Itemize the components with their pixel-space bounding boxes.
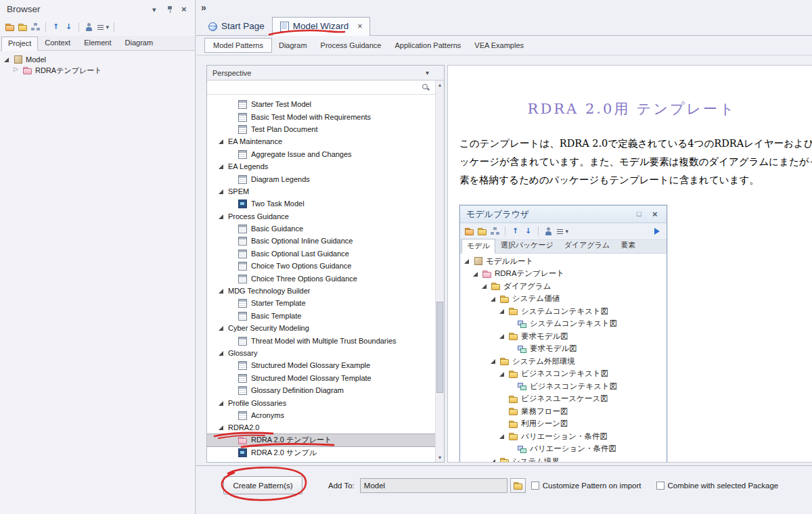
arrow-down-icon[interactable] [64,22,74,32]
pattern-item-row[interactable]: Basic Guidance [207,223,435,235]
pattern-item-row[interactable]: Starter Template [207,297,435,309]
pattern-item-row[interactable]: Structured Model Glossary Template [207,372,435,384]
screenshot-tab[interactable]: モデル [461,239,495,254]
pattern-item-row[interactable]: RDRA 2.0 サンプル [207,446,435,459]
pattern-group-row[interactable]: Process Guidance [207,210,435,223]
pattern-group-row[interactable]: RDRA2.0 [207,421,435,434]
expand-toggle-expanded-icon[interactable] [219,163,225,170]
pattern-group-row[interactable]: Profile Glossaries [207,396,435,408]
pattern-item-row[interactable]: Acronyms [207,409,435,421]
expand-toggle-expanded-icon[interactable] [219,350,225,356]
browser-titlebar[interactable]: Browser [0,0,195,18]
close-icon[interactable] [179,5,189,14]
tab-overflow-chevrons[interactable]: » [201,2,206,13]
expand-toggle-expanded-icon[interactable] [219,213,225,220]
user-icon[interactable] [84,22,94,32]
expand-toggle-expanded-icon[interactable] [491,358,497,365]
pattern-item-row[interactable]: Choice Two Options Guidance [207,260,435,272]
expand-toggle-expanded-icon[interactable] [219,400,225,406]
wizard-tab-vea-examples[interactable]: VEA Examples [468,39,531,52]
expand-toggle-expanded-icon[interactable] [499,371,505,377]
pattern-item-row[interactable]: Basic Optional Last Guidance [207,248,435,260]
doc-tab-model-wizard[interactable]: Model Wizard× [272,17,370,36]
expand-toggle-expanded-icon[interactable] [473,271,479,277]
expand-toggle-expanded-icon[interactable] [499,333,505,340]
open-folder-icon[interactable] [5,22,15,32]
expand-toggle-expanded-icon[interactable] [499,308,505,314]
create-pattern-button[interactable]: Create Pattern(s) [223,476,302,494]
expand-toggle-expanded-icon[interactable] [219,138,225,145]
close-icon[interactable] [650,210,660,219]
doc-tab-start-page[interactable]: Start Page [200,17,272,35]
pattern-item-row[interactable]: Starter Test Model [207,98,435,110]
pattern-item-row[interactable]: Test Plan Document [207,123,435,135]
browser-tab-diagram[interactable]: Diagram [118,36,160,50]
pattern-group-row[interactable]: Glossary [207,347,435,359]
project-tree-row[interactable]: RDRAテンプレート [0,65,195,76]
arrow-up-icon[interactable] [510,227,520,236]
expand-toggle-expanded-icon[interactable] [491,458,497,462]
pattern-item-row[interactable]: Choice Three Options Guidance [207,272,435,284]
open-folder-icon[interactable] [464,227,474,236]
browser-tab-context[interactable]: Context [38,36,77,50]
screenshot-tab[interactable]: 要素 [615,238,641,253]
perspective-dropdown[interactable]: Perspective ▾ [207,66,444,80]
project-tree-row[interactable]: Model [0,54,195,65]
chevron-down-icon[interactable] [151,5,161,14]
pattern-item-row[interactable]: RDRA 2.0 テンプレート [207,434,435,446]
expand-toggle-expanded-icon[interactable] [219,188,225,195]
wizard-tab-process-guidance[interactable]: Process Guidance [314,39,388,52]
scroll-up-arrow[interactable]: ▴ [436,80,444,89]
browser-tab-project[interactable]: Project [1,37,38,51]
pattern-group-row[interactable]: Cyber Security Modeling [207,322,435,334]
expand-toggle-collapsed-icon[interactable] [14,67,20,74]
close-tab-button[interactable]: × [357,22,362,31]
expand-toggle-expanded-icon[interactable] [219,287,225,294]
expand-toggle-expanded-icon[interactable] [482,283,488,289]
combine-package-checkbox[interactable]: Combine with selected Package [656,482,779,490]
folder-icon[interactable] [477,227,487,236]
pin-icon[interactable] [165,5,175,14]
arrow-up-icon[interactable] [51,22,61,32]
scroll-down-arrow[interactable]: ▾ [436,453,444,462]
folder-icon[interactable] [18,22,28,32]
pattern-scrollbar[interactable]: ▴ ▾ [435,80,444,462]
expand-toggle-expanded-icon[interactable] [4,56,10,63]
pattern-item-row[interactable]: Glossary Definition Diagram [207,384,435,396]
tree-view-icon[interactable] [30,22,41,32]
wizard-tab-diagram[interactable]: Diagram [272,39,314,52]
scrollbar-thumb[interactable] [436,302,443,393]
expand-toggle-expanded-icon[interactable] [464,258,470,264]
pattern-group-row[interactable]: MDG Technology Builder [207,285,435,297]
wizard-tab-model-patterns[interactable]: Model Patterns [204,38,272,53]
wizard-tab-application-patterns[interactable]: Application Patterns [388,39,468,52]
pattern-group-row[interactable]: EA Maintenance [207,135,435,147]
tree-view-icon[interactable] [490,227,500,236]
menu-icon[interactable] [556,227,568,236]
play-icon[interactable] [652,227,662,236]
arrow-down-icon[interactable] [523,227,533,236]
user-icon[interactable] [543,227,554,236]
pattern-item-row[interactable]: Threat Model with Multiple Trust Boundar… [207,334,435,346]
expand-toggle-expanded-icon[interactable] [219,325,225,331]
customize-pattern-checkbox[interactable]: Customize Pattern on import [531,482,641,490]
pattern-item-row[interactable]: Basic Test Model with Requirements [207,110,435,122]
add-to-input[interactable] [360,478,508,493]
pattern-item-row[interactable]: Basic Optional Inline Guidance [207,235,435,247]
pattern-item-row[interactable]: Two Task Model [207,197,435,210]
screenshot-tab[interactable]: 選択パッケージ [495,238,559,253]
expand-toggle-expanded-icon[interactable] [491,296,497,302]
checkbox-box[interactable] [656,482,664,490]
checkbox-box[interactable] [531,482,539,490]
menu-icon[interactable] [97,22,109,32]
expand-toggle-expanded-icon[interactable] [499,433,505,440]
expand-toggle-expanded-icon[interactable] [219,424,225,431]
pattern-item-row[interactable]: Structured Model Glossary Example [207,359,435,371]
pattern-group-row[interactable]: EA Legends [207,160,435,172]
browser-tab-element[interactable]: Element [77,36,118,50]
restore-icon[interactable] [635,210,646,219]
pattern-group-row[interactable]: SPEM [207,185,435,197]
screenshot-tab[interactable]: ダイアグラム [559,238,616,253]
pattern-search[interactable] [207,80,435,95]
pattern-item-row[interactable]: Diagram Legends [207,172,435,185]
